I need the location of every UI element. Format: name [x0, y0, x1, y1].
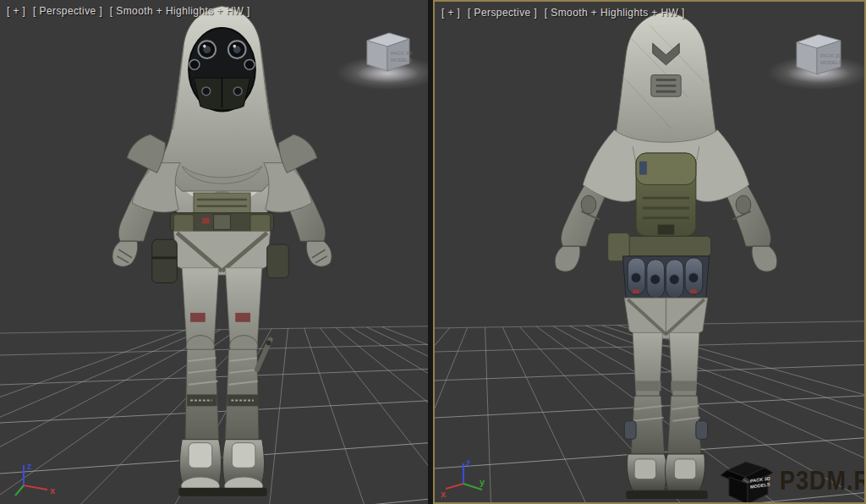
cube-icon: PACK 3D MODELS — [360, 29, 414, 76]
viewport-label: [ + ] [ Perspective ] [ Smooth + Highlig… — [441, 7, 689, 19]
boots — [626, 454, 707, 499]
axis-z-label: z — [466, 457, 471, 468]
boots — [178, 440, 266, 496]
viewport-shading-menu[interactable]: [ Smooth + Highlights + HW ] — [545, 7, 685, 19]
watermark-site-text: P3DM.RU — [780, 466, 866, 497]
viewport-general-menu[interactable]: [ + ] — [7, 5, 25, 17]
axis-z-label: z — [27, 461, 32, 471]
character-model-front[interactable]: 1733 — [80, 2, 364, 504]
max-dual-viewport: PACK 3D MODELS — [0, 0, 866, 504]
box-logo-icon: PACK 3D MODELS — [719, 457, 783, 504]
site-watermark: PACK 3D MODELS P3DM.RU — [719, 457, 783, 504]
lens-icon — [189, 59, 200, 69]
axis-tripod: z x y — [440, 457, 494, 501]
viewport-label: [ + ] [ Perspective ] [ Smooth + Highlig… — [7, 5, 255, 17]
svg-text:MODELS: MODELS — [820, 60, 841, 65]
thigh-holster — [152, 239, 178, 282]
legs — [152, 231, 289, 439]
viewport-back[interactable]: PACK 3D MODELS — [433, 0, 866, 504]
waist-gear — [608, 233, 711, 298]
axis-x-label: x — [441, 489, 447, 499]
character-model-back[interactable] — [524, 5, 808, 504]
viewport-general-menu[interactable]: [ + ] — [441, 7, 460, 19]
svg-text:PACK 3D: PACK 3D — [820, 53, 842, 58]
face-mask — [189, 28, 255, 112]
backpack — [636, 153, 696, 236]
viewport-shading-menu[interactable]: [ Smooth + Highlights + HW ] — [110, 5, 250, 17]
svg-text:MODELS: MODELS — [391, 58, 412, 63]
axis-y-label: y — [480, 477, 485, 487]
viewport-pov-menu[interactable]: [ Perspective ] — [468, 7, 537, 19]
viewport-pov-menu[interactable]: [ Perspective ] — [33, 5, 102, 17]
axis-tripod: z x — [5, 458, 59, 502]
svg-text:PACK 3D: PACK 3D — [391, 51, 413, 56]
lens-icon — [244, 59, 255, 69]
axis-x-label: x — [50, 485, 56, 496]
legs — [624, 298, 707, 454]
viewport-front[interactable]: PACK 3D MODELS — [0, 0, 428, 504]
